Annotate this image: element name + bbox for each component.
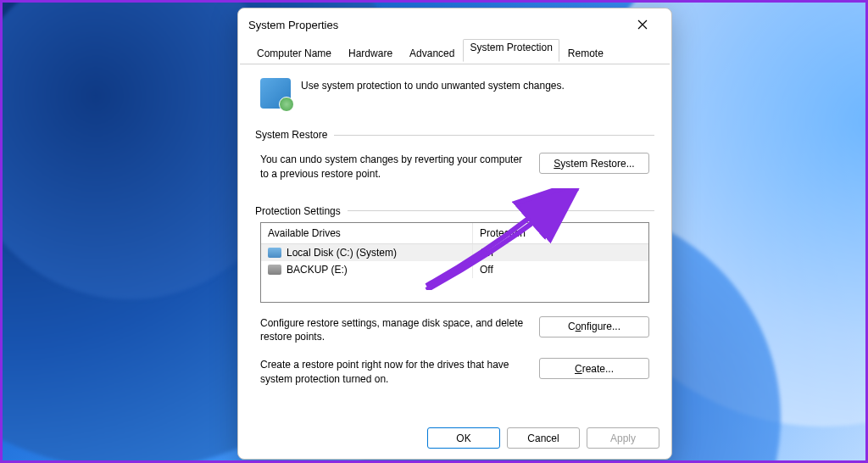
create-button[interactable]: Create...	[539, 358, 649, 379]
divider	[334, 135, 654, 136]
system-protection-icon	[260, 78, 291, 109]
table-empty-space	[261, 278, 648, 302]
group-system-restore-label: System Restore	[255, 129, 654, 141]
system-restore-row: You can undo system changes by reverting…	[255, 144, 654, 198]
configure-button[interactable]: Configure...	[539, 316, 649, 337]
col-header-drives[interactable]: Available Drives	[261, 223, 473, 243]
table-row[interactable]: Local Disk (C:) (System) On	[261, 244, 648, 261]
drive-name: Local Disk (C:) (System)	[287, 247, 397, 259]
divider	[348, 210, 654, 211]
window-title: System Properties	[248, 19, 624, 31]
intro-text: Use system protection to undo unwanted s…	[301, 78, 565, 92]
table-row[interactable]: BACKUP (E:) Off	[261, 261, 648, 278]
system-restore-button[interactable]: System Restore...	[539, 153, 649, 174]
configure-text: Configure restore settings, manage disk …	[260, 316, 526, 345]
cancel-button[interactable]: Cancel	[507, 427, 580, 449]
tab-computer-name[interactable]: Computer Name	[248, 42, 340, 64]
drive-name: BACKUP (E:)	[287, 264, 348, 276]
tab-body-system-protection: Use system protection to undo unwanted s…	[238, 64, 671, 419]
tab-remote[interactable]: Remote	[559, 42, 612, 64]
close-icon	[637, 20, 648, 30]
create-text: Create a restore point right now for the…	[260, 358, 526, 387]
drive-protection: On	[473, 244, 648, 261]
apply-button[interactable]: Apply	[587, 427, 659, 449]
disk-icon	[268, 265, 281, 275]
col-header-protection[interactable]: Protection	[473, 223, 648, 243]
group-protection-settings-label: Protection Settings	[255, 205, 654, 217]
drives-table-header: Available Drives Protection	[261, 223, 648, 244]
system-properties-dialog: System Properties Computer Name Hardware…	[237, 8, 672, 460]
tab-strip: Computer Name Hardware Advanced System P…	[240, 41, 670, 64]
drives-table: Available Drives Protection Local Disk (…	[260, 222, 649, 303]
create-row: Create a restore point right now for the…	[255, 353, 654, 395]
protection-settings-title: Protection Settings	[255, 205, 341, 217]
drive-protection: Off	[473, 261, 648, 278]
system-restore-text: You can undo system changes by reverting…	[260, 153, 526, 181]
system-restore-title: System Restore	[255, 129, 327, 141]
dialog-button-row: OK Cancel Apply	[238, 419, 671, 459]
ok-button[interactable]: OK	[427, 427, 500, 449]
tab-hardware[interactable]: Hardware	[340, 42, 401, 64]
configure-row: Configure restore settings, manage disk …	[255, 311, 654, 354]
intro-row: Use system protection to undo unwanted s…	[255, 75, 654, 122]
tab-advanced[interactable]: Advanced	[401, 42, 463, 64]
titlebar: System Properties	[238, 8, 671, 41]
close-button[interactable]	[624, 12, 661, 37]
disk-icon	[268, 248, 281, 258]
tab-system-protection[interactable]: System Protection	[463, 39, 559, 62]
